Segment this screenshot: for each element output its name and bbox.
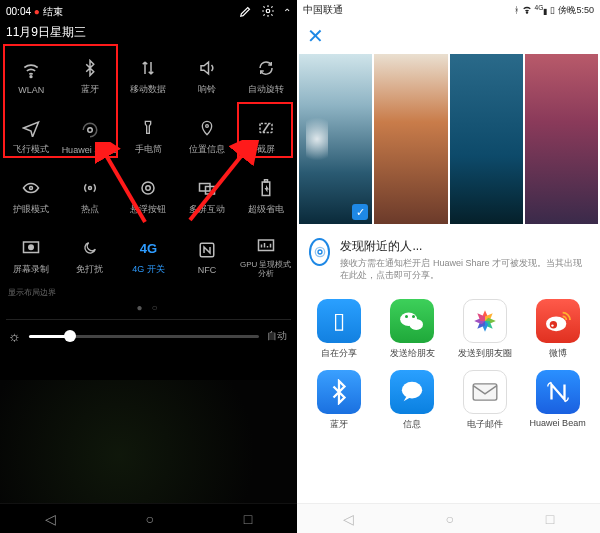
gear-icon[interactable] bbox=[261, 4, 275, 20]
edit-icon[interactable] bbox=[239, 4, 253, 20]
brightness-slider[interactable] bbox=[29, 335, 259, 338]
app-wechat-moments[interactable]: 发送到朋友圈 bbox=[449, 299, 522, 360]
rec-dot-icon: ● bbox=[34, 6, 40, 17]
app-weibo[interactable]: 微博 bbox=[521, 299, 594, 360]
svg-point-27 bbox=[549, 321, 556, 328]
tile-multi-screen[interactable]: 多屏互动 bbox=[178, 167, 237, 225]
self-share-icon: ▯ bbox=[317, 299, 361, 343]
share-sheet-panel: 中国联通 ᚼ 4G▮ ▯ 傍晚5:50 ✕ ✓ 发现附近的人... bbox=[297, 0, 600, 533]
tile-auto-rotate[interactable]: 自动旋转 bbox=[236, 47, 295, 105]
app-bluetooth[interactable]: 蓝牙 bbox=[303, 370, 376, 431]
carrier-label: 中国联通 bbox=[303, 3, 343, 17]
torch-icon bbox=[136, 116, 160, 140]
nav-recent-icon[interactable]: □ bbox=[244, 511, 252, 527]
tile-eye-comfort[interactable]: 护眼模式 bbox=[2, 167, 61, 225]
status-bar-right: 中国联通 ᚼ 4G▮ ▯ 傍晚5:50 bbox=[297, 0, 600, 20]
collapse-icon[interactable]: ⌃ bbox=[283, 7, 291, 18]
app-huawei-beam[interactable]: Huawei Beam bbox=[521, 370, 594, 431]
record-icon bbox=[19, 236, 43, 260]
brightness-row: ☼ 自动 bbox=[0, 322, 297, 350]
thumbnail-3[interactable] bbox=[450, 54, 523, 224]
multi-icon bbox=[195, 176, 219, 200]
red-highlight-1 bbox=[3, 44, 118, 158]
clock-right: 傍晚5:50 bbox=[558, 4, 594, 17]
svg-point-5 bbox=[30, 187, 33, 190]
battery-icon-right: ▯ bbox=[550, 5, 555, 15]
moon-icon bbox=[78, 236, 102, 260]
svg-point-7 bbox=[142, 182, 154, 194]
thumbnail-4[interactable] bbox=[525, 54, 598, 224]
wechat-icon bbox=[390, 299, 434, 343]
hotspot-icon bbox=[78, 176, 102, 200]
check-icon: ✓ bbox=[352, 204, 368, 220]
bt-status-icon: ᚼ bbox=[514, 5, 519, 15]
tile-nfc[interactable]: NFC bbox=[178, 227, 237, 285]
nav-bar-right: ◁ ○ □ bbox=[297, 503, 600, 533]
tile-dnd[interactable]: 免打扰 bbox=[61, 227, 120, 285]
svg-point-29 bbox=[402, 382, 422, 399]
gpu-icon bbox=[254, 234, 278, 258]
data-icon bbox=[136, 56, 160, 80]
sound-icon bbox=[195, 56, 219, 80]
email-icon bbox=[463, 370, 507, 414]
app-wechat-friend[interactable]: 发送给朋友 bbox=[376, 299, 449, 360]
tile-location[interactable]: 位置信息 bbox=[178, 107, 237, 165]
pin-icon bbox=[195, 116, 219, 140]
discover-title: 发现附近的人... bbox=[340, 238, 588, 255]
tile-flashlight[interactable]: 手电筒 bbox=[119, 107, 178, 165]
nav-home-icon[interactable]: ○ bbox=[146, 511, 154, 527]
thumbnail-row: ✓ bbox=[297, 54, 600, 224]
svg-point-28 bbox=[551, 325, 553, 327]
bluetooth-app-icon bbox=[317, 370, 361, 414]
discover-subtitle: 接收方需在通知栏开启 Huawei Share 才可被发现。当其出现在此处，点击… bbox=[340, 257, 588, 281]
tile-float-button[interactable]: 悬浮按钮 bbox=[119, 167, 178, 225]
svg-point-21 bbox=[526, 11, 527, 12]
nav-recent-icon-r[interactable]: □ bbox=[546, 511, 554, 527]
red-highlight-2 bbox=[237, 102, 293, 158]
svg-point-6 bbox=[88, 187, 91, 190]
tile-4g-switch[interactable]: 4G 4G 开关 bbox=[119, 227, 178, 285]
4g-icon: 4G bbox=[136, 236, 160, 260]
tile-gpu-analysis[interactable]: GPU 呈现模式分析 bbox=[236, 227, 295, 285]
discover-icon bbox=[309, 238, 330, 266]
brightness-icon: ☼ bbox=[8, 328, 21, 344]
svg-point-25 bbox=[410, 319, 424, 330]
discover-row: 发现附近的人... 接收方需在通知栏开启 Huawei Share 才可被发现。… bbox=[297, 224, 600, 291]
app-messages[interactable]: 信息 bbox=[376, 370, 449, 431]
svg-rect-12 bbox=[264, 180, 267, 182]
thumbnail-2[interactable] bbox=[374, 54, 447, 224]
nfc-app-icon bbox=[536, 370, 580, 414]
weibo-icon bbox=[536, 299, 580, 343]
thumbnail-1[interactable]: ✓ bbox=[299, 54, 372, 224]
svg-point-22 bbox=[318, 250, 322, 254]
page-indicator: ● ○ bbox=[0, 300, 297, 317]
rotate-icon bbox=[254, 56, 278, 80]
wifi-status-icon bbox=[522, 5, 532, 16]
tile-mobile-data[interactable]: 移动数据 bbox=[119, 47, 178, 105]
brightness-auto-label[interactable]: 自动 bbox=[267, 329, 287, 343]
nav-home-icon-r[interactable]: ○ bbox=[446, 511, 454, 527]
edge-layout-label[interactable]: 显示布局边界 bbox=[0, 285, 297, 300]
svg-point-8 bbox=[146, 186, 151, 191]
quick-settings-panel: 00:04 ● 结束 ⌃ 11月9日星期三 WLAN bbox=[0, 0, 297, 533]
tile-screen-record[interactable]: 屏幕录制 bbox=[2, 227, 61, 285]
nav-back-icon-r[interactable]: ◁ bbox=[343, 511, 354, 527]
app-self-share[interactable]: ▯ 自在分享 bbox=[303, 299, 376, 360]
nav-back-icon[interactable]: ◁ bbox=[45, 511, 56, 527]
messages-icon bbox=[390, 370, 434, 414]
svg-point-23 bbox=[315, 247, 324, 256]
svg-point-0 bbox=[266, 9, 270, 13]
tile-hotspot[interactable]: 热点 bbox=[61, 167, 120, 225]
app-email[interactable]: 电子邮件 bbox=[449, 370, 522, 431]
clock: 00:04 bbox=[6, 6, 31, 17]
svg-rect-30 bbox=[473, 384, 497, 400]
tile-ring[interactable]: 响铃 bbox=[178, 47, 237, 105]
share-grid: ▯ 自在分享 发送给朋友 发送到朋友圈 微博 bbox=[297, 291, 600, 435]
end-label[interactable]: 结束 bbox=[43, 6, 63, 17]
tile-ultra-save[interactable]: 超级省电 bbox=[236, 167, 295, 225]
close-button[interactable]: ✕ bbox=[297, 20, 600, 54]
status-bar: 00:04 ● 结束 ⌃ bbox=[0, 0, 297, 22]
moments-icon bbox=[463, 299, 507, 343]
float-icon bbox=[136, 176, 160, 200]
eye-icon bbox=[19, 176, 43, 200]
